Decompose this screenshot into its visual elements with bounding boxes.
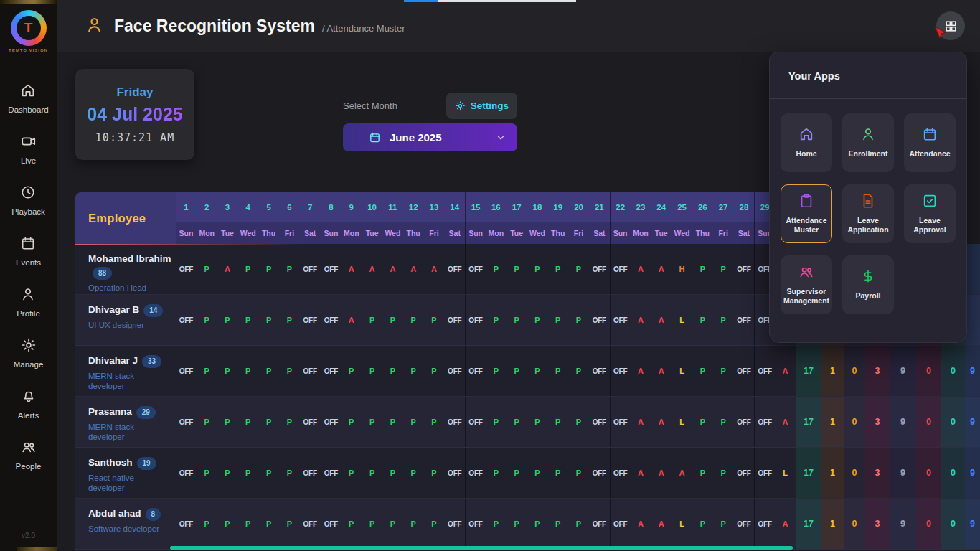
sidebar-item-live[interactable]: Live	[21, 133, 37, 165]
attendance-cell: OFF	[176, 397, 197, 447]
attendance-cell: H	[672, 244, 692, 294]
attendance-cell: OFF	[300, 244, 321, 294]
sidebar-item-manage[interactable]: Manage	[14, 337, 44, 369]
attendance-cell: OFF	[734, 397, 755, 447]
sidebar-item-events[interactable]: Events	[16, 235, 41, 267]
summary-cell: 9	[890, 397, 916, 447]
day-name-cell: Mon	[631, 222, 651, 244]
sidebar-item-dashboard[interactable]: Dashboard	[8, 83, 48, 114]
attendance-cell: OFF	[610, 346, 631, 396]
app-tile-home[interactable]: Home	[781, 113, 832, 172]
sidebar-item-label: Dashboard	[8, 105, 48, 114]
day-name-cell: Tue	[507, 222, 527, 244]
attendance-cell: P	[197, 244, 217, 294]
attendance-cell: OFF	[465, 448, 486, 498]
attendance-cell: A	[651, 448, 672, 498]
attendance-cell: P	[258, 346, 279, 396]
attendance-cell: OFF	[589, 244, 610, 294]
attendance-cell: OFF	[589, 295, 610, 345]
summary-cell: 9	[890, 448, 916, 498]
attendance-cell: OFF	[300, 397, 321, 447]
attendance-cell: A	[631, 346, 651, 396]
month-dropdown[interactable]: June 2025	[343, 123, 517, 151]
app-tile-leave-approval[interactable]: Leave Approval	[904, 184, 956, 243]
attendance-cell: A	[631, 397, 651, 447]
attendance-cell: OFF	[465, 499, 486, 549]
employee-cell[interactable]: Abdul ahad8Software developer	[75, 499, 176, 549]
day-number-cell: 23	[631, 192, 651, 222]
day-name-cell: Tue	[651, 222, 672, 244]
home-icon	[798, 126, 814, 145]
app-tile-label: Leave Approval	[905, 216, 954, 235]
attendance-cell: P	[507, 346, 527, 396]
attendance-cell: OFF	[444, 295, 465, 345]
attendance-cell: P	[568, 346, 589, 396]
summary-cell: 0	[916, 499, 941, 549]
attendance-cell: P	[486, 397, 507, 447]
summary-cell: 1	[821, 499, 844, 549]
attendance-cell: OFF	[734, 346, 755, 396]
settings-button[interactable]: Settings	[446, 93, 517, 119]
day-name-cell: Fri	[424, 222, 445, 244]
attendance-cell: P	[568, 397, 589, 447]
employee-cell[interactable]: Dhivagar B14UI UX designer	[75, 295, 176, 345]
attendance-cell: P	[547, 448, 568, 498]
sidebar: T TEMTO VISION DashboardLivePlaybackEven…	[0, 0, 57, 551]
attendance-cell: OFF	[610, 448, 631, 498]
app-tile-leave-application[interactable]: Leave Application	[842, 184, 894, 243]
employee-cell[interactable]: Dhivahar J33MERN stack developer	[75, 346, 176, 396]
attendance-cell: P	[507, 448, 527, 498]
attendance-cell: OFF	[610, 499, 631, 549]
attendance-cell: P	[486, 499, 507, 549]
sidebar-item-people[interactable]: People	[16, 439, 42, 471]
app-root: T TEMTO VISION DashboardLivePlaybackEven…	[0, 0, 980, 551]
sidebar-item-playback[interactable]: Playback	[11, 184, 45, 216]
employee-role: React native developer	[88, 473, 171, 494]
employee-name: Prasanna29	[88, 406, 156, 417]
employee-cell[interactable]: Mohamed Ibrahim88Operation Head	[75, 244, 176, 294]
app-tile-payroll[interactable]: Payroll	[842, 255, 894, 314]
attendance-cell: P	[382, 397, 403, 447]
employee-id-badge: 14	[143, 304, 163, 317]
attendance-cell: P	[279, 244, 300, 294]
app-tile-attendance[interactable]: Attendance	[904, 113, 956, 172]
attendance-cell: P	[692, 244, 713, 294]
top-header: Face Recognition System / Attendance Mus…	[57, 0, 980, 52]
day-name-cell: Sun	[321, 222, 341, 244]
summary-cell: 0	[844, 448, 865, 498]
day-name-cell: Sat	[589, 222, 610, 244]
day-number-cell: 10	[362, 192, 382, 222]
table-row: Dhivahar J33MERN stack developerOFFPPPPP…	[75, 346, 980, 397]
app-tile-attendance-muster[interactable]: Attendance Muster	[781, 184, 832, 243]
attendance-cell: P	[713, 346, 734, 396]
attendance-cell: P	[547, 295, 568, 345]
attendance-cell: L	[775, 448, 796, 498]
app-tile-enrollment[interactable]: Enrollment	[842, 113, 894, 172]
attendance-cell: P	[424, 397, 445, 447]
attendance-cell: P	[486, 244, 507, 294]
attendance-cell: OFF	[321, 295, 341, 345]
employee-role: MERN stack developer	[88, 371, 171, 392]
gear-icon	[21, 337, 37, 356]
attendance-cell: OFF	[300, 346, 321, 396]
attendance-cell: P	[258, 244, 279, 294]
sidebar-item-profile[interactable]: Profile	[17, 286, 40, 318]
attendance-cell: P	[568, 244, 589, 294]
employee-cell[interactable]: Prasanna29MERN stack developer	[75, 397, 176, 447]
loading-bar-track	[438, 0, 576, 2]
bell-icon	[21, 388, 37, 407]
attendance-cell: OFF	[300, 295, 321, 345]
attendance-cell: P	[341, 397, 362, 447]
attendance-cell: P	[507, 397, 527, 447]
attendance-cell: P	[197, 499, 217, 549]
app-tile-supervisor-management[interactable]: Supervisor Management	[781, 255, 832, 314]
day-name-cell: Wed	[527, 222, 548, 244]
employee-cell[interactable]: Santhosh19React native developer	[75, 448, 176, 498]
horizontal-scrollbar[interactable]	[170, 546, 793, 550]
people-icon	[21, 439, 37, 458]
attendance-cell: OFF	[465, 397, 486, 447]
summary-cell: 0	[916, 346, 941, 396]
sidebar-item-alerts[interactable]: Alerts	[18, 388, 39, 420]
day-name-cell: Wed	[382, 222, 403, 244]
attendance-cell: A	[651, 346, 672, 396]
